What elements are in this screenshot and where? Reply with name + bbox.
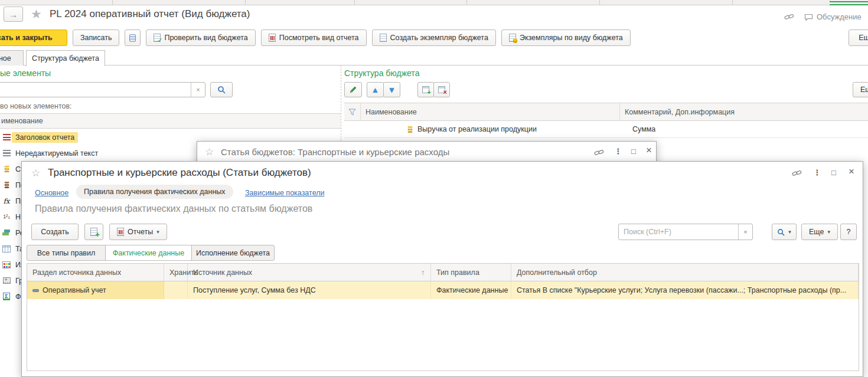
close-icon[interactable]: × bbox=[642, 145, 655, 156]
arrow-down-icon: ▼ bbox=[388, 86, 396, 94]
document-icon bbox=[380, 34, 387, 42]
discussion-bubble-icon[interactable] bbox=[804, 13, 813, 24]
left-search-field: × bbox=[0, 82, 205, 97]
filter-tab-budget-execution[interactable]: Исполнение бюджета bbox=[191, 245, 275, 261]
numbering-icon bbox=[3, 214, 10, 219]
chevron-down-icon: ▾ bbox=[788, 229, 791, 235]
move-up-button[interactable]: ▲ bbox=[367, 82, 384, 97]
grid-color-icon bbox=[2, 261, 11, 268]
cell-section[interactable]: Оперативный учет bbox=[27, 281, 164, 299]
create-button[interactable]: Создать bbox=[31, 224, 79, 240]
add-row-icon bbox=[422, 86, 429, 93]
coins-brown-icon bbox=[3, 181, 11, 189]
clear-search-icon[interactable]: × bbox=[191, 83, 205, 97]
document-check-icon bbox=[154, 34, 161, 42]
search-icon bbox=[777, 228, 785, 236]
column-header-source[interactable]: Источник данных ↑ bbox=[188, 264, 431, 281]
window-title: PL 2024 оперативный отчет (Вид бюджета) bbox=[50, 8, 250, 20]
cell-extra-filter[interactable]: Статья В списке "Курьерские услуги; Услу… bbox=[511, 281, 859, 299]
tab-budget-structure[interactable]: Структура бюджета bbox=[26, 50, 105, 66]
funnel-icon bbox=[348, 109, 356, 116]
add-row-button[interactable] bbox=[417, 82, 434, 97]
sigma-icon bbox=[3, 293, 10, 300]
column-header-section[interactable]: Раздел источника данных bbox=[27, 264, 164, 281]
top-tab-strip[interactable] bbox=[0, 0, 868, 5]
column-header-rule-type[interactable]: Тип правила bbox=[431, 264, 511, 281]
document-coins-icon bbox=[509, 34, 516, 42]
coins-yellow-icon bbox=[406, 126, 414, 133]
favorite-star-icon[interactable]: ☆ bbox=[205, 147, 214, 157]
nav-link-main[interactable]: Основное bbox=[35, 189, 68, 197]
reports-button[interactable]: Отчеты ▾ bbox=[109, 224, 167, 240]
journal-button[interactable] bbox=[125, 29, 141, 46]
instances-by-budget-view-button[interactable]: Экземпляры по виду бюджета bbox=[501, 29, 631, 46]
document-chart-icon bbox=[269, 34, 276, 42]
forward-button[interactable]: → bbox=[4, 6, 23, 22]
create-by-copy-button[interactable] bbox=[84, 224, 103, 240]
left-search-input[interactable] bbox=[0, 83, 191, 97]
search-menu-button[interactable]: ▾ bbox=[772, 224, 797, 240]
favorite-star-icon[interactable]: ★ bbox=[31, 8, 42, 20]
dash-marker-icon bbox=[32, 289, 39, 292]
save-button[interactable]: Записать bbox=[73, 29, 119, 46]
check-budget-view-button[interactable]: Проверить вид бюджета bbox=[146, 29, 255, 46]
favorite-star-icon[interactable]: ☆ bbox=[31, 168, 40, 178]
cell-store[interactable] bbox=[164, 281, 188, 299]
dialog-title: Транспортные и курьерские расходы (Стать… bbox=[48, 167, 311, 179]
more-button-main[interactable]: Еще bbox=[849, 29, 868, 46]
delete-row-button[interactable] bbox=[433, 82, 450, 97]
nav-tab-fact-rules[interactable]: Правила получения фактических данных bbox=[76, 185, 233, 199]
left-panel-header: ые элементы bbox=[0, 68, 51, 78]
help-button[interactable]: ? bbox=[840, 224, 857, 240]
arrow-up-icon: ▲ bbox=[371, 86, 379, 94]
filter-tab-fact-data[interactable]: Фактические данные bbox=[105, 245, 192, 261]
move-down-button[interactable]: ▼ bbox=[383, 82, 400, 97]
nav-link-dependent[interactable]: Зависимые показатели bbox=[245, 189, 324, 197]
filter-tab-all-rules[interactable]: Все типы правил bbox=[27, 245, 106, 261]
top-tab-divider bbox=[245, 0, 246, 5]
copy-link-icon[interactable] bbox=[784, 12, 794, 24]
tab-main-partial[interactable]: вное bbox=[0, 50, 24, 65]
budget-item-dialog-front[interactable]: ☆ Транспортные и курьерские расходы (Ста… bbox=[21, 161, 863, 377]
static-text-icon bbox=[3, 150, 11, 156]
column-header-extra-filter[interactable]: Дополнительный отбор bbox=[511, 264, 859, 281]
view-report-button[interactable]: Посмотреть вид отчета bbox=[261, 29, 367, 46]
more-button-dialog[interactable]: Еще ▾ bbox=[801, 224, 838, 240]
search-button[interactable] bbox=[210, 82, 233, 97]
forward-arrow-icon: → bbox=[9, 9, 18, 19]
funnel-column[interactable] bbox=[344, 103, 361, 120]
chevron-down-icon: ▾ bbox=[156, 229, 159, 235]
copy-link-icon[interactable] bbox=[594, 148, 604, 159]
journal-icon bbox=[129, 34, 136, 42]
column-header-name[interactable]: Наименование bbox=[361, 103, 620, 120]
window-menu-icon[interactable]: ⋮ bbox=[612, 145, 625, 157]
sort-ascending-icon: ↑ bbox=[421, 268, 425, 277]
left-list-column-header[interactable]: именование bbox=[0, 113, 341, 129]
cell-source[interactable]: Поступление услуг, Сумма без НДС bbox=[188, 281, 431, 299]
maximize-icon[interactable]: □ bbox=[627, 145, 640, 157]
window-menu-icon[interactable]: ⋮ bbox=[811, 166, 824, 178]
top-tab-divider bbox=[732, 0, 733, 5]
dialog-search-input[interactable] bbox=[619, 224, 738, 240]
column-header-store[interactable]: Хранить bbox=[164, 264, 188, 281]
cell-rule-type[interactable]: Фактические данные bbox=[431, 281, 511, 299]
more-button-structure[interactable]: Еще bbox=[853, 82, 868, 97]
copy-link-icon[interactable] bbox=[792, 169, 802, 180]
column-header-comment[interactable]: Комментарий, Доп.информация bbox=[620, 108, 868, 116]
edit-button[interactable] bbox=[344, 82, 362, 97]
create-budget-instance-button[interactable]: Создать экземпляр бюджета bbox=[372, 29, 496, 46]
clear-search-icon[interactable]: × bbox=[738, 224, 752, 240]
report-header-icon bbox=[3, 134, 11, 140]
rules-table-row[interactable]: Оперативный учет Поступление услуг, Сумм… bbox=[27, 281, 859, 299]
structure-table-header[interactable]: Наименование Комментарий, Доп.информация bbox=[344, 103, 868, 121]
maximize-icon[interactable]: □ bbox=[827, 166, 840, 178]
rules-table-header[interactable]: Раздел источника данных Хранить Источник… bbox=[27, 264, 859, 281]
tab-baseline bbox=[0, 65, 868, 65]
close-icon[interactable]: × bbox=[845, 166, 858, 178]
top-tab-divider bbox=[466, 0, 467, 5]
discussion-link[interactable]: Обсуждение bbox=[817, 12, 862, 21]
save-and-close-button[interactable]: исать и закрыть bbox=[0, 29, 67, 46]
coins-yellow-icon bbox=[3, 165, 11, 173]
structure-table-row[interactable]: Выручка от реализации продукции Сумма bbox=[344, 121, 868, 138]
calculator-icon bbox=[3, 277, 11, 284]
